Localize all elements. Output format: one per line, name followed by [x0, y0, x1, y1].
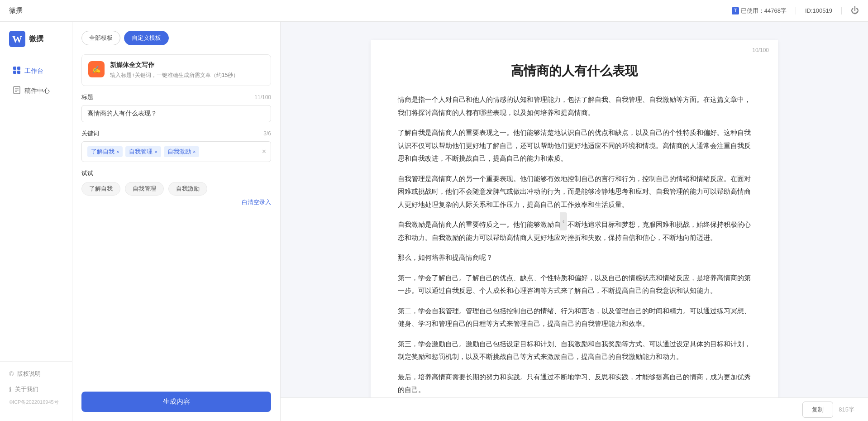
article-para-9: 最后，培养高情商需要长期的努力和实践。只有通过不断地学习、反思和实践，才能够提高…	[398, 371, 751, 397]
sidebar-item-drafts[interactable]: 稿件中心	[4, 81, 68, 100]
keyword-tag-2-remove[interactable]: ×	[154, 149, 157, 154]
header: 微撰 T 已使用：44768字 ID:100519 ⏻	[0, 0, 868, 22]
header-right: T 已使用：44768字 ID:100519 ⏻	[732, 6, 859, 15]
copyright-label: 版权说明	[17, 370, 41, 378]
keyword-tag-2-text: 自我管理	[129, 148, 153, 156]
template-tabs: 全部模板 自定义模板	[81, 31, 271, 45]
keyword-tag-2[interactable]: 自我管理 ×	[125, 146, 161, 157]
article-para-2: 了解自我是高情商人的重要表现之一。他们能够清楚地认识自己的优点和缺点，以及自己的…	[398, 126, 751, 165]
sidebar-logo: W 微撰	[0, 31, 72, 61]
usage-icon: T	[732, 7, 739, 14]
keyword-tag-3[interactable]: 自我激励 ×	[164, 146, 199, 157]
keywords-box[interactable]: 了解自我 × 自我管理 × 自我激励 × ×	[81, 141, 271, 162]
svg-rect-4	[13, 71, 16, 74]
try-tags: 了解自我 自我管理 自我激励	[81, 182, 271, 196]
icp-text: ©ICP备2022016945号	[0, 397, 72, 407]
tab-custom-templates[interactable]: 自定义模板	[124, 31, 169, 45]
article-para-4: 自我激励是高情商人的重要特质之一。他们能够激励自己不断地追求目标和梦想，克服困难…	[398, 218, 751, 244]
about-label: 关于我们	[15, 385, 38, 393]
try-section: 试试 了解自我 自我管理 自我激励 白清空录入	[81, 169, 271, 206]
keyword-tag-3-text: 自我激励	[167, 148, 191, 156]
header-divider2	[841, 7, 842, 14]
logo-w-icon: W	[9, 31, 25, 47]
keywords-label: 关键词	[81, 129, 99, 138]
try-tag-1[interactable]: 了解自我	[81, 182, 120, 196]
power-icon[interactable]: ⏻	[851, 6, 859, 15]
try-tag-3[interactable]: 自我激励	[168, 182, 207, 196]
keywords-clear-icon[interactable]: ×	[262, 148, 266, 156]
title-section: 标题 11/100	[81, 93, 271, 122]
try-tag-2[interactable]: 自我管理	[125, 182, 164, 196]
usage-label: 已使用：44768字	[741, 7, 787, 15]
keyword-tag-1-remove[interactable]: ×	[116, 149, 119, 154]
header-left: 微撰	[9, 6, 23, 15]
content-area: 全部模板 自定义模板 ✍ 新媒体全文写作 输入标题+关键词，一键准确生成所需文章…	[72, 22, 868, 421]
main-layout: W 微撰 工作台	[0, 22, 868, 421]
panel-toggle[interactable]: ‹	[560, 212, 567, 230]
word-count: 815字	[839, 406, 854, 414]
header-title: 微撰	[9, 6, 23, 15]
sidebar-footer: © 版权说明 ℹ 关于我们 ©ICP备2022016945号	[0, 361, 72, 412]
article-page: 10/100 高情商的人有什么表现 情商是指一个人对自己和他人的情感的认知和管理…	[371, 40, 778, 397]
article-para-8: 第三，学会激励自己。激励自己包括设定目标和计划、自我激励和自我奖励等方式。可以通…	[398, 338, 751, 364]
sidebar-nav: 工作台 稿件中心	[0, 61, 72, 361]
svg-rect-3	[17, 67, 20, 70]
tab-all-templates[interactable]: 全部模板	[81, 31, 120, 45]
sidebar-item-about[interactable]: ℹ 关于我们	[0, 382, 72, 397]
sidebar: W 微撰 工作台	[0, 22, 72, 421]
template-card-desc: 输入标题+关键词，一键准确生成所需文章（约15秒）	[110, 71, 264, 79]
header-divider	[796, 7, 796, 14]
sidebar-item-drafts-label: 稿件中心	[24, 87, 50, 95]
template-card-name: 新媒体全文写作	[110, 61, 264, 69]
svg-rect-2	[13, 67, 16, 70]
article-para-1: 情商是指一个人对自己和他人的情感的认知和管理能力，包括了解自我、自我管理、自我激…	[398, 93, 751, 119]
id-label: ID:100519	[805, 7, 832, 14]
keyword-tag-1[interactable]: 了解自我 ×	[87, 146, 123, 157]
article-para-3: 自我管理是高情商人的另一个重要表现。他们能够有效地控制自己的言行和行为，控制自己…	[398, 172, 751, 211]
article-container: 10/100 高情商的人有什么表现 情商是指一个人对自己和他人的情感的认知和管理…	[281, 22, 868, 397]
article-para-5: 那么，如何培养和提高情商呢？	[398, 251, 751, 264]
right-panel: 10/100 高情商的人有什么表现 情商是指一个人对自己和他人的情感的认知和管理…	[281, 22, 868, 421]
sidebar-logo-text: 微撰	[29, 34, 43, 44]
copy-button[interactable]: 复制	[802, 402, 833, 418]
template-card-info: 新媒体全文写作 输入标题+关键词，一键准确生成所需文章（约15秒）	[110, 61, 264, 79]
keyword-tag-3-remove[interactable]: ×	[193, 149, 196, 154]
about-icon: ℹ	[9, 386, 11, 393]
left-panel: 全部模板 自定义模板 ✍ 新媒体全文写作 输入标题+关键词，一键准确生成所需文章…	[72, 22, 281, 421]
sidebar-item-workbench[interactable]: 工作台	[4, 62, 68, 81]
keywords-label-row: 关键词 3/6	[81, 129, 271, 138]
title-input[interactable]	[81, 105, 271, 122]
keywords-section: 关键词 3/6 了解自我 × 自我管理 × 自我激励 ×	[81, 129, 271, 162]
article-body: 情商是指一个人对自己和他人的情感的认知和管理能力，包括了解自我、自我管理、自我激…	[398, 93, 751, 397]
drafts-icon	[13, 86, 21, 96]
sidebar-item-workbench-label: 工作台	[24, 67, 43, 75]
article-title: 高情商的人有什么表现	[398, 62, 751, 80]
template-card-new-media[interactable]: ✍ 新媒体全文写作 输入标题+关键词，一键准确生成所需文章（约15秒）	[81, 54, 271, 86]
page-count: 10/100	[752, 47, 769, 53]
title-label-row: 标题 11/100	[81, 93, 271, 101]
article-footer: 复制 815字	[281, 397, 868, 421]
article-para-6: 第一，学会了解自己。了解自己的优点、缺点、个性特质和偏好，以及自己的情感状态和情…	[398, 272, 751, 297]
title-label: 标题	[81, 93, 93, 101]
workbench-icon	[13, 66, 21, 76]
clear-entry-btn[interactable]: 白清空录入	[81, 198, 271, 206]
keyword-tag-1-text: 了解自我	[91, 148, 114, 156]
template-card-icon: ✍	[88, 61, 105, 77]
article-para-7: 第二，学会自我管理。管理自己包括控制自己的情绪、行为和言语，以及管理自己的时间和…	[398, 305, 751, 330]
generate-button[interactable]: 生成内容	[81, 392, 271, 412]
svg-text:W: W	[12, 33, 22, 45]
sidebar-item-copyright[interactable]: © 版权说明	[0, 366, 72, 382]
copyright-icon: ©	[9, 370, 14, 378]
try-label: 试试	[81, 169, 271, 177]
keywords-count: 3/6	[263, 130, 271, 137]
title-count: 11/100	[254, 94, 271, 100]
svg-rect-5	[17, 71, 20, 74]
usage-info: T 已使用：44768字	[732, 7, 787, 15]
